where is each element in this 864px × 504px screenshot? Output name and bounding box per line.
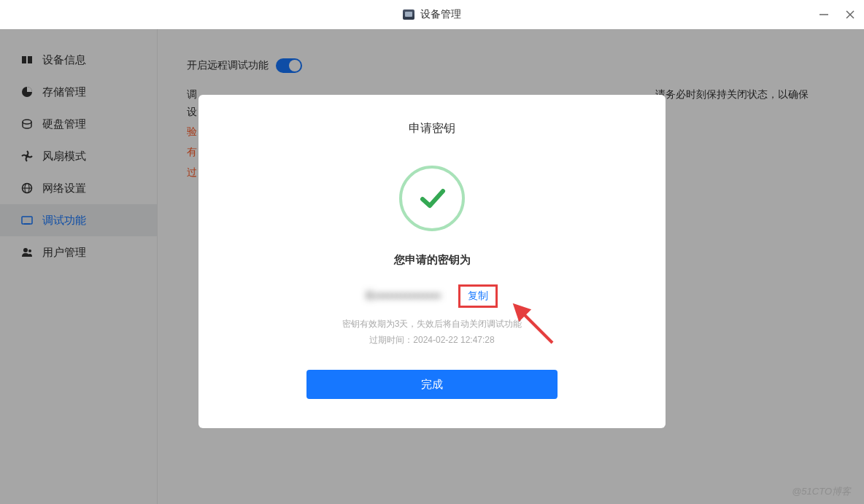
success-icon: [399, 166, 465, 231]
close-button[interactable]: [844, 8, 857, 21]
titlebar: 设备管理: [0, 0, 864, 29]
expire-info: 密钥有效期为3天，失效后将自动关闭调试功能 过期时间：2024-02-22 12…: [220, 317, 644, 348]
copy-button[interactable]: 复制: [458, 284, 498, 308]
checkmark-icon: [415, 182, 449, 215]
apply-key-modal: 申请密钥 您申请的密钥为 K••••••••••••••• 复制 密钥有效期为3…: [198, 95, 666, 428]
window-controls: [817, 0, 857, 28]
modal-overlay: 申请密钥 您申请的密钥为 K••••••••••••••• 复制 密钥有效期为3…: [0, 29, 864, 504]
modal-title: 申请密钥: [220, 121, 644, 136]
window-title-wrap: 设备管理: [403, 8, 461, 21]
key-value: K•••••••••••••••: [366, 290, 441, 303]
key-row: K••••••••••••••• 复制: [220, 284, 644, 308]
watermark: @51CTO博客: [792, 485, 851, 498]
expire-line-1: 密钥有效期为3天，失效后将自动关闭调试功能: [220, 317, 644, 333]
window-title: 设备管理: [420, 8, 461, 21]
expire-line-2: 过期时间：2024-02-22 12:47:28: [220, 333, 644, 349]
key-label: 您申请的密钥为: [220, 253, 644, 267]
minimize-button[interactable]: [817, 8, 830, 21]
app-icon: [403, 9, 414, 20]
done-button[interactable]: 完成: [306, 370, 558, 399]
